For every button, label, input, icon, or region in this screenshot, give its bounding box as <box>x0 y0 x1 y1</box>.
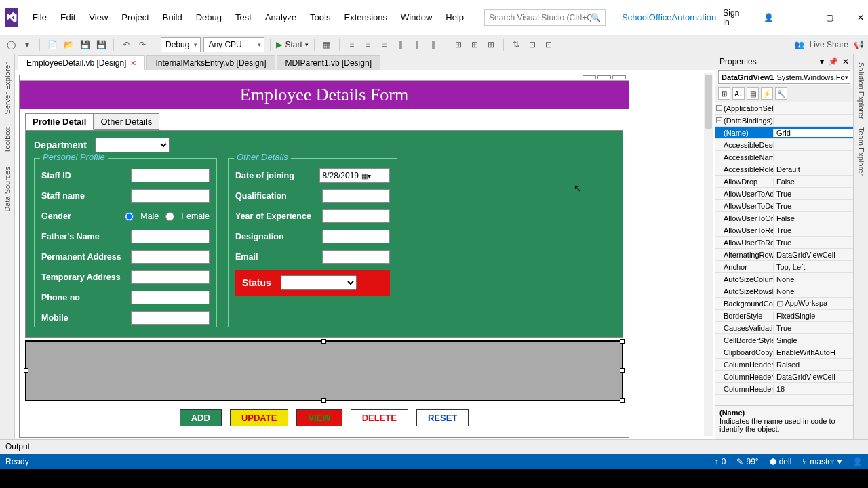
property-row[interactable]: ColumnHeaderDataGridViewCell <box>715 371 853 383</box>
property-row[interactable]: AllowUserToDeTrue <box>715 200 853 212</box>
property-value[interactable]: EnableWithAutoH <box>774 348 853 357</box>
pin-icon[interactable]: ▾ <box>820 57 824 66</box>
categorized-icon[interactable]: ⊞ <box>718 87 730 100</box>
layout-icon-1[interactable]: ≡ <box>345 38 359 52</box>
window-close[interactable]: ✕ <box>848 7 868 28</box>
property-row[interactable]: AutoSizeColumNone <box>715 273 853 285</box>
messages-icon[interactable]: 🔧 <box>775 87 787 100</box>
resize-handle[interactable] <box>620 368 625 373</box>
alphabetical-icon[interactable]: A↓ <box>732 87 745 100</box>
gender-female-radio[interactable] <box>165 212 174 221</box>
open-icon[interactable]: 📂 <box>62 38 75 52</box>
search-input[interactable] <box>489 13 591 22</box>
liveshare-icon[interactable]: 👥 <box>794 40 804 49</box>
property-row[interactable]: (Name)Grid <box>715 127 853 139</box>
status-publish[interactable]: ↑ 0 <box>715 457 726 466</box>
tab-employee-detail[interactable]: EmployeeDetail.vb [Design]✕ <box>18 55 145 70</box>
update-button[interactable]: UPDATE <box>230 409 288 426</box>
liveshare-button[interactable]: Live Share <box>810 40 848 49</box>
property-row[interactable]: ColumnHeader18 <box>715 383 853 395</box>
property-value[interactable]: True <box>774 202 853 210</box>
layout-icon-5[interactable]: ‖ <box>410 38 424 52</box>
resize-handle[interactable] <box>620 398 625 403</box>
property-value[interactable]: DataGridViewCell <box>774 251 853 259</box>
designer-surface[interactable]: ↖ Employee Details Form Profile Detail O… <box>15 70 715 439</box>
property-value[interactable]: FixedSingle <box>774 312 853 320</box>
property-row[interactable]: CellBorderStyleSingle <box>715 334 853 346</box>
property-row[interactable]: BorderStyleFixedSingle <box>715 310 853 322</box>
yoe-input[interactable] <box>322 209 390 223</box>
property-value[interactable]: Top, Left <box>774 263 853 271</box>
father-name-input[interactable] <box>131 230 210 243</box>
layout-icon-3[interactable]: ≡ <box>378 38 391 52</box>
menu-build[interactable]: Build <box>156 8 189 26</box>
menu-analyze[interactable]: Analyze <box>258 8 303 26</box>
reset-button[interactable]: RESET <box>416 409 469 426</box>
redo-icon[interactable]: ↷ <box>136 38 149 52</box>
data-sources-tab[interactable]: Data Sources <box>2 163 13 216</box>
property-value[interactable]: DataGridViewCell <box>774 373 853 381</box>
signin-link[interactable]: Sign in <box>716 3 751 33</box>
property-row[interactable]: ClipboardCopyEnableWithAutoH <box>715 346 853 359</box>
menu-help[interactable]: Help <box>439 8 471 26</box>
property-row[interactable]: AlternatingRowDataGridViewCell <box>715 249 853 261</box>
tab-profile-detail[interactable]: Profile Detail <box>25 113 94 130</box>
layout-icon-6[interactable]: ‖ <box>427 38 440 52</box>
property-grid[interactable]: +(ApplicationSet+(DataBindings)(Name)Gri… <box>715 102 853 405</box>
platform-combo[interactable]: Any CPU <box>203 37 264 52</box>
property-value[interactable]: Single <box>774 336 853 344</box>
server-explorer-tab[interactable]: Server Explorer <box>2 58 13 118</box>
property-value[interactable]: None <box>774 287 853 296</box>
menu-edit[interactable]: Edit <box>54 8 82 26</box>
department-combo[interactable] <box>95 138 170 152</box>
menu-test[interactable]: Test <box>229 8 258 26</box>
view-button[interactable]: VIEW <box>296 409 342 426</box>
feedback-icon[interactable]: 📢 <box>854 40 864 49</box>
save-icon[interactable]: 💾 <box>78 38 92 52</box>
menu-debug[interactable]: Debug <box>189 8 229 26</box>
gender-male-radio[interactable] <box>125 212 134 221</box>
nav-back-icon[interactable]: ◯ <box>4 38 18 52</box>
solution-explorer-tab[interactable]: Solution Explorer <box>856 58 867 123</box>
expand-icon[interactable]: + <box>716 117 722 123</box>
property-value[interactable]: Raised <box>774 361 853 369</box>
layout-icon-12[interactable]: ⊡ <box>542 38 555 52</box>
desig-input[interactable] <box>322 230 390 243</box>
property-value[interactable]: Default <box>774 165 853 174</box>
delete-button[interactable]: DELETE <box>351 409 408 426</box>
mobile-input[interactable] <box>131 311 210 325</box>
property-row[interactable]: CausesValidatioTrue <box>715 322 853 334</box>
layout-icon-2[interactable]: ≡ <box>361 38 375 52</box>
team-explorer-tab[interactable]: Team Explorer <box>856 123 867 180</box>
nav-fwd-icon[interactable]: ▾ <box>20 38 34 52</box>
property-value[interactable]: 18 <box>774 385 853 393</box>
layout-icon-4[interactable]: ‖ <box>394 38 408 52</box>
layout-icon-11[interactable]: ⊡ <box>526 38 539 52</box>
doj-datepicker[interactable]: 8/28/2019▦▾ <box>319 168 390 183</box>
phone-input[interactable] <box>131 291 210 304</box>
layout-icon-8[interactable]: ⊞ <box>468 38 481 52</box>
tab-mdi-parent[interactable]: MDIParent1.vb [Design] <box>277 55 380 70</box>
new-project-icon[interactable]: 📄 <box>45 38 59 52</box>
qual-input[interactable] <box>322 189 390 203</box>
autohide-icon[interactable]: 📌 <box>828 57 838 66</box>
user-icon[interactable]: 👤 <box>757 7 781 28</box>
config-combo[interactable]: Debug <box>161 37 201 52</box>
window-maximize[interactable]: ▢ <box>817 7 842 28</box>
undo-icon[interactable]: ↶ <box>119 38 133 52</box>
property-row[interactable]: BackgroundCol▢ AppWorkspa <box>715 298 853 310</box>
vertical-scrollbar[interactable] <box>704 73 713 436</box>
menu-view[interactable]: View <box>82 8 115 26</box>
menu-extensions[interactable]: Extensions <box>337 8 394 26</box>
menu-tools[interactable]: Tools <box>303 8 337 26</box>
property-row[interactable]: +(ApplicationSet <box>715 102 853 115</box>
property-value[interactable]: True <box>774 324 853 332</box>
prop-pages-icon[interactable]: ▤ <box>747 87 759 100</box>
property-row[interactable]: AccessibleName <box>715 151 853 163</box>
property-row[interactable]: +(DataBindings) <box>715 115 853 127</box>
menu-file[interactable]: File <box>26 8 54 26</box>
layout-icon-10[interactable]: ⇅ <box>509 38 523 52</box>
property-value[interactable]: True <box>774 190 853 198</box>
temp-addr-input[interactable] <box>131 270 210 284</box>
menu-window[interactable]: Window <box>394 8 439 26</box>
